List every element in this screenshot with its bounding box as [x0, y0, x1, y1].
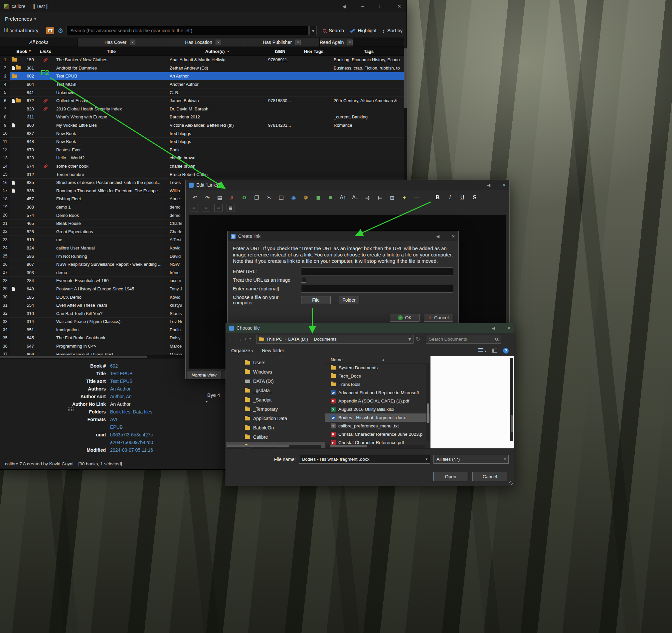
table-row[interactable]: 3 602 Test EPUB An Author — [0, 72, 404, 80]
tree-vertical-scrollbar[interactable] — [510, 358, 513, 441]
bold-icon[interactable]: B — [431, 193, 444, 202]
new-folder-button[interactable]: New folder — [262, 348, 284, 353]
name-input[interactable] — [301, 285, 453, 293]
tree-horizontal-scrollbar[interactable] — [226, 445, 321, 448]
file-row[interactable]: W Bodies - His what- fragment .docx — [325, 413, 430, 422]
file-list-header[interactable]: Name ▲ — [325, 356, 430, 364]
column-header-book[interactable]: Book # — [10, 49, 37, 54]
highlight-button[interactable]: Highlight — [350, 28, 376, 33]
detail-value[interactable]: Author, An — [110, 393, 132, 400]
panel-drag-handle[interactable]: ⠿⠿ — [67, 407, 74, 413]
file-row[interactable]: P Christal Character Reference June 2023… — [325, 430, 430, 438]
detail-value[interactable]: 2024-03-07 05:11:16 — [110, 446, 153, 454]
detail-value[interactable]: b063b7f3-6b3c-427c- a204-1506097b42d0 — [110, 431, 154, 446]
close-icon[interactable]: ✕ — [347, 40, 353, 45]
view-mode-button[interactable]: ▾ — [478, 348, 486, 353]
nav-forward-icon[interactable]: → — [237, 336, 242, 342]
breadcrumb-item[interactable]: Documents — [312, 337, 338, 342]
search-documents-input[interactable] — [429, 337, 495, 342]
table-row[interactable]: 7 820 2019 Global Health Security Index … — [0, 105, 404, 114]
file-row[interactable]: Tech_Docs — [325, 372, 430, 380]
treat-as-image-checkbox[interactable] — [301, 278, 306, 283]
insert-link-icon[interactable]: ✦ — [398, 193, 410, 202]
table-row[interactable]: 5 841 Unknown C. B. — [0, 89, 404, 97]
refresh-icon[interactable]: ↻ — [416, 336, 420, 342]
table-row[interactable]: 9 860 My Wicked Little Lies Victoria Ale… — [0, 121, 404, 130]
insert-table-icon[interactable]: ⊞ — [386, 193, 398, 202]
table-row[interactable]: 2 381 Android for Dummies Zethan Andrew … — [0, 64, 404, 73]
tree-item[interactable]: Calibre — [226, 433, 325, 442]
gear-icon[interactable]: ⚙ — [57, 27, 63, 34]
close-icon[interactable]: ✕ — [130, 40, 136, 45]
minimize-icon[interactable]: − — [361, 4, 364, 9]
back-arrow-icon[interactable]: ◀ — [436, 234, 439, 239]
column-header-authors[interactable]: Author(s) ▲ — [168, 49, 266, 54]
back-arrow-icon[interactable]: ◀ — [487, 182, 490, 188]
cut-icon[interactable]: ✂ — [263, 193, 275, 202]
file-row[interactable]: P Appendix A (SOCIAL CARE) (1).pdf — [325, 397, 430, 405]
search-input[interactable] — [67, 26, 309, 35]
subscript-icon[interactable]: A↓ — [349, 193, 361, 202]
breadcrumb-dropdown-icon[interactable]: ▾ — [409, 336, 411, 342]
align-justify-icon[interactable]: ≣ — [226, 204, 235, 212]
align-left-icon[interactable]: ≡ — [190, 204, 198, 212]
library-tab[interactable]: Has Publisher ✕ — [244, 38, 320, 47]
table-row[interactable]: 12 670 Bestest Ever Book — [0, 146, 404, 154]
tree-item[interactable]: Windows — [226, 367, 325, 376]
table-row[interactable]: 6 672 Collected Essays James Baldwin 978… — [0, 97, 404, 105]
list-vertical-scrollbar[interactable] — [427, 364, 430, 441]
preview-pane-icon[interactable] — [493, 348, 497, 352]
detail-value[interactable]: 602 — [110, 362, 118, 370]
table-row[interactable]: 15 312 Tercer hombre Bruce Robert Caffin — [0, 170, 404, 179]
paste-icon[interactable]: ❑ — [275, 193, 287, 202]
file-button[interactable]: File — [301, 296, 331, 304]
preferences-menu[interactable]: Preferences — [5, 16, 32, 22]
tree-item[interactable]: _Temporary — [226, 405, 325, 414]
tree-item[interactable]: Users — [226, 358, 325, 367]
chevron-down-icon[interactable]: ▾ — [423, 457, 430, 461]
strike-icon[interactable]: S — [469, 193, 481, 202]
file-row[interactable]: System Documents — [325, 364, 430, 372]
virtual-library-button[interactable]: Virtual library — [4, 28, 38, 33]
detail-value[interactable]: Test EPUB — [110, 378, 133, 385]
undo-icon[interactable]: ↶ — [189, 193, 201, 202]
insert-image-icon[interactable]: ◉ — [287, 193, 300, 202]
library-tab[interactable]: Read Again ✕ — [320, 38, 353, 47]
url-input[interactable] — [301, 267, 453, 275]
library-tab[interactable]: Has Cover ✕ — [78, 38, 162, 47]
full-text-search-button[interactable]: FT — [46, 27, 54, 34]
table-row[interactable]: 13 623 Hello... World? charlie brown — [0, 154, 404, 162]
back-arrow-icon[interactable]: ◀ — [342, 4, 346, 9]
close-icon[interactable]: ✕ — [397, 4, 401, 9]
indent-less-icon[interactable]: ⇇ — [374, 193, 386, 202]
column-header-title[interactable]: Title — [54, 49, 168, 54]
bullet-list-icon[interactable]: ≡ — [325, 193, 337, 202]
copy-formatting-icon[interactable]: ▤ — [214, 193, 226, 202]
table-row[interactable]: 10 837 New Book fred bloggs — [0, 129, 404, 138]
indent-more-icon[interactable]: ⇉ — [361, 193, 374, 202]
tree-item[interactable]: _Sandpit — [226, 395, 325, 405]
table-row[interactable]: 11 848 New Book fred bloggs — [0, 138, 404, 146]
nav-up-icon[interactable]: ↑ — [249, 336, 251, 342]
breadcrumb-item[interactable]: This PC — [265, 337, 284, 342]
folder-button[interactable]: Folder — [339, 296, 359, 304]
colors-icon[interactable]: ❁ — [300, 193, 312, 202]
recycle-icon[interactable]: ♻ — [238, 193, 250, 202]
italic-icon[interactable]: I — [444, 193, 456, 202]
nav-history-icon[interactable]: ▾ — [244, 337, 246, 341]
scrollbar-thumb[interactable] — [0, 356, 147, 358]
organize-button[interactable]: Organize ▾ — [231, 348, 253, 353]
file-row[interactable]: W Advanced Find and Replace in Microsoft — [325, 389, 430, 397]
cancel-button[interactable]: Cancel — [473, 472, 507, 481]
close-icon[interactable]: ✕ — [295, 40, 301, 45]
align-right-icon[interactable]: ≡ — [214, 204, 222, 212]
align-center-icon[interactable]: ≡ — [202, 204, 210, 212]
saved-search-dropdown[interactable]: ▾ — [309, 26, 317, 35]
scrollbar-thumb[interactable] — [404, 48, 407, 108]
column-header-tags[interactable]: Tags — [334, 49, 404, 54]
search-button[interactable]: Search — [323, 28, 344, 33]
file-row[interactable]: X August 2016 Utility Bills.xlsx — [325, 405, 430, 413]
detail-value[interactable]: Test EPUB — [110, 370, 133, 378]
column-header-hier-tags[interactable]: Hier Tags — [294, 49, 334, 54]
remove-formatting-icon[interactable]: ✗ — [226, 193, 238, 202]
